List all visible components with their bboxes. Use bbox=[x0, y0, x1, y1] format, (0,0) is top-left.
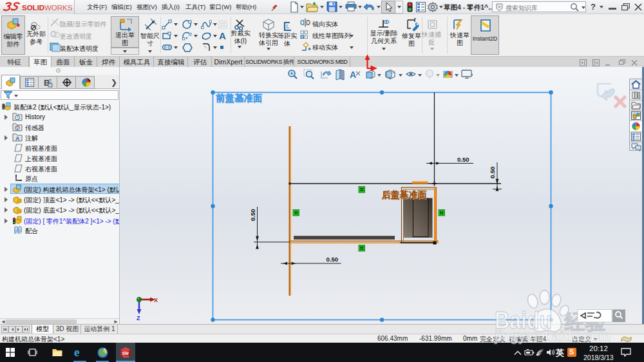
svg-text:0.50: 0.50 bbox=[249, 209, 256, 222]
svg-text:Z: Z bbox=[137, 315, 140, 321]
svg-text:A: A bbox=[219, 30, 226, 41]
svg-text:X: X bbox=[154, 297, 158, 303]
svg-text:前盖基准面: 前盖基准面 bbox=[215, 93, 263, 103]
svg-text:A: A bbox=[15, 135, 20, 142]
svg-text:2016: 2016 bbox=[123, 355, 129, 358]
svg-text:后盖基准面: 后盖基准面 bbox=[381, 189, 427, 200]
svg-text:WORKS: WORKS bbox=[44, 4, 73, 12]
svg-text:0.50: 0.50 bbox=[489, 167, 496, 179]
svg-text:A: A bbox=[350, 70, 356, 80]
svg-text:0.50: 0.50 bbox=[457, 156, 469, 163]
svg-text:SOLID: SOLID bbox=[22, 4, 44, 12]
svg-text:jingyan.baidu.com: jingyan.baidu.com bbox=[494, 328, 611, 344]
svg-text:0.50: 0.50 bbox=[327, 256, 339, 263]
